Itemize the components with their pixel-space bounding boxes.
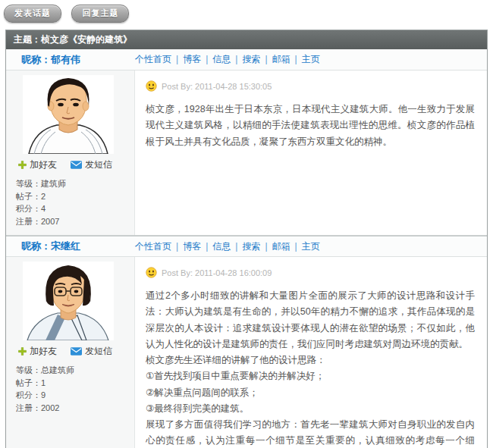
link-search[interactable]: 搜索 bbox=[242, 241, 260, 252]
post-1: 昵称：郁有伟 个性首页|博客|信息|搜索|邮箱|主页 bbox=[6, 49, 487, 236]
post-1-content: Post By: 2011-04-28 15:30:05 桢文彦，1928年出生… bbox=[135, 70, 487, 235]
post-2-paragraph: 通过2个多小时细致的讲解和大量图片全面的展示了大师的设计思路和设计手法：大师认为… bbox=[146, 288, 475, 352]
post-2: 昵称：宋继红 个性首页|博客|信息|搜索|邮箱|主页 bbox=[6, 236, 487, 448]
link-separator: | bbox=[295, 54, 297, 64]
smiley-icon bbox=[146, 80, 157, 92]
link-separator: | bbox=[206, 241, 208, 252]
send-message-button[interactable]: 发短信 bbox=[71, 345, 112, 358]
add-friend-button[interactable]: 加好友 bbox=[18, 158, 57, 171]
avatar-female-illustration bbox=[23, 262, 114, 340]
link-personal-home[interactable]: 个性首页 bbox=[135, 241, 171, 252]
post-2-header: 昵称：宋继红 个性首页|博客|信息|搜索|邮箱|主页 bbox=[6, 236, 487, 257]
link-mailbox[interactable]: 邮箱 bbox=[272, 241, 290, 252]
post-1-body: 加好友 发短信 等级：建筑师 帖子：2 积分：4 注册：2007 bbox=[6, 70, 487, 236]
stat-posts: 帖子：2 bbox=[16, 190, 134, 203]
post-1-paragraph: 桢文彦，1928年出生于日本东京，日本现代主义建筑大师。他一生致力于发展现代主义… bbox=[146, 102, 475, 150]
link-separator: | bbox=[265, 241, 267, 252]
thread-panel: 主题：桢文彦《安静的建筑》 昵称：郁有伟 个性首页|博客|信息|搜索|邮箱|主页 bbox=[5, 30, 488, 448]
nickname-prefix: 昵称： bbox=[21, 54, 51, 65]
post-1-nickname: 昵称：郁有伟 bbox=[6, 53, 135, 67]
link-separator: | bbox=[235, 241, 237, 252]
stat-registered: 注册：2007 bbox=[16, 215, 134, 228]
link-separator: | bbox=[265, 54, 267, 64]
post-2-actions: 加好友 发短信 bbox=[18, 345, 134, 358]
link-personal-home[interactable]: 个性首页 bbox=[135, 54, 171, 64]
send-message-label: 发短信 bbox=[85, 158, 112, 171]
reply-topic-button[interactable]: 回复主题 bbox=[71, 5, 129, 23]
stat-points: 积分：9 bbox=[16, 389, 134, 402]
post-1-actions: 加好友 发短信 bbox=[18, 158, 134, 171]
plus-icon bbox=[18, 161, 27, 169]
link-search[interactable]: 搜索 bbox=[242, 54, 260, 64]
post-2-paragraph: ③最终得到完美的建筑。 bbox=[146, 401, 475, 417]
post-2-paragraph: 展现了多方面值得我们学习的地方：首先老一辈建筑大师对自身职业的发自内心的责任感，… bbox=[146, 417, 475, 448]
add-friend-label: 加好友 bbox=[30, 345, 57, 358]
post-1-user-links: 个性首页|博客|信息|搜索|邮箱|主页 bbox=[135, 53, 320, 66]
post-2-timestamp: Post By: 2011-04-28 16:00:09 bbox=[162, 268, 272, 277]
link-homepage[interactable]: 主页 bbox=[302, 241, 320, 252]
post-2-meta: Post By: 2011-04-28 16:00:09 bbox=[146, 267, 475, 278]
post-2-paragraph: ②解决重点问题间的联系； bbox=[146, 385, 475, 401]
post-1-timestamp: Post By: 2011-04-28 15:30:05 bbox=[162, 82, 272, 91]
nickname-prefix: 昵称： bbox=[21, 240, 51, 252]
post-2-body: 加好友 发短信 等级：总建筑师 帖子：1 积分：9 注册：2002 bbox=[6, 257, 487, 448]
post-1-meta: Post By: 2011-04-28 15:30:05 bbox=[146, 80, 475, 92]
thread-title: 主题：桢文彦《安静的建筑》 bbox=[6, 30, 487, 49]
post-1-stats: 等级：建筑师 帖子：2 积分：4 注册：2007 bbox=[16, 177, 134, 227]
nickname-value: 宋继红 bbox=[51, 240, 80, 252]
send-message-button[interactable]: 发短信 bbox=[71, 158, 112, 171]
post-1-header: 昵称：郁有伟 个性首页|博客|信息|搜索|邮箱|主页 bbox=[6, 49, 487, 70]
post-2-stats: 等级：总建筑师 帖子：1 积分：9 注册：2002 bbox=[16, 364, 134, 414]
smiley-icon bbox=[146, 267, 157, 278]
toolbar: 发表话题 回复主题 bbox=[0, 0, 493, 23]
link-separator: | bbox=[295, 241, 297, 252]
link-mailbox[interactable]: 邮箱 bbox=[272, 54, 290, 64]
link-separator: | bbox=[235, 54, 237, 64]
avatar-male-illustration bbox=[23, 75, 114, 154]
post-2-user-links: 个性首页|博客|信息|搜索|邮箱|主页 bbox=[135, 240, 320, 253]
post-2-paragraph: ①首先找到项目中重点要解决的并解决好； bbox=[146, 368, 475, 384]
add-friend-label: 加好友 bbox=[30, 158, 57, 171]
stat-level: 等级：总建筑师 bbox=[16, 364, 134, 377]
link-info[interactable]: 信息 bbox=[212, 241, 231, 252]
post-2-paragraph: 桢文彦先生还详细的讲解了他的设计思路： bbox=[146, 352, 475, 368]
link-blog[interactable]: 博客 bbox=[183, 241, 201, 252]
post-2-nickname: 昵称：宋继红 bbox=[6, 240, 135, 253]
post-1-sidebar: 加好友 发短信 等级：建筑师 帖子：2 积分：4 注册：2007 bbox=[6, 70, 135, 235]
link-info[interactable]: 信息 bbox=[212, 54, 231, 64]
envelope-icon bbox=[71, 347, 82, 356]
stat-registered: 注册：2002 bbox=[16, 402, 134, 415]
stat-level: 等级：建筑师 bbox=[16, 177, 134, 190]
post-2-sidebar: 加好友 发短信 等级：总建筑师 帖子：1 积分：9 注册：2002 bbox=[6, 257, 135, 448]
link-separator: | bbox=[176, 54, 178, 64]
link-separator: | bbox=[176, 241, 178, 252]
add-friend-button[interactable]: 加好友 bbox=[18, 345, 57, 358]
plus-icon bbox=[18, 347, 27, 356]
post-topic-button[interactable]: 发表话题 bbox=[4, 5, 61, 23]
send-message-label: 发短信 bbox=[85, 345, 112, 358]
link-homepage[interactable]: 主页 bbox=[302, 54, 320, 64]
nickname-value: 郁有伟 bbox=[51, 54, 80, 65]
envelope-icon bbox=[71, 161, 82, 169]
stat-points: 积分：4 bbox=[16, 202, 134, 215]
link-separator: | bbox=[206, 54, 208, 64]
post-2-content: Post By: 2011-04-28 16:00:09 通过2个多小时细致的讲… bbox=[135, 257, 487, 448]
stat-posts: 帖子：1 bbox=[16, 377, 134, 390]
link-blog[interactable]: 博客 bbox=[183, 54, 201, 64]
